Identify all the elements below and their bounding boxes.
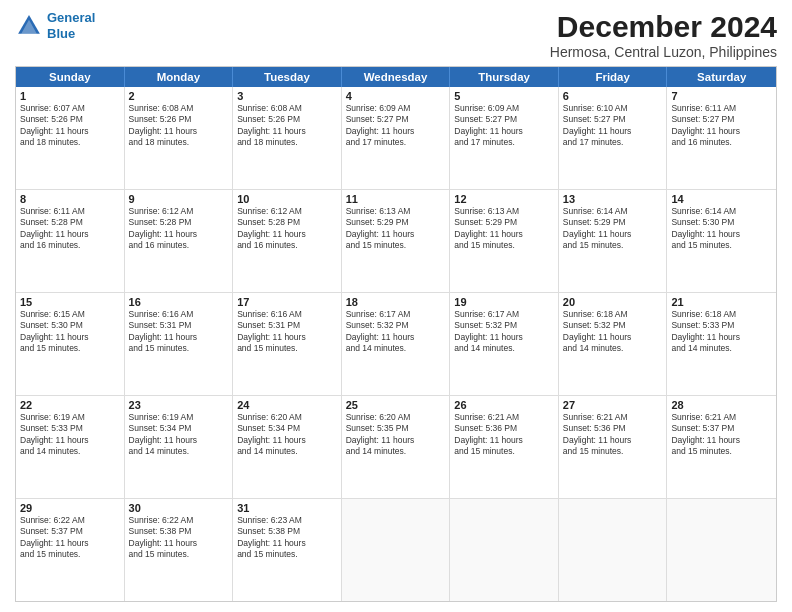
day-number: 19 xyxy=(454,296,554,308)
day-number: 16 xyxy=(129,296,229,308)
cell-info-line: and 15 minutes. xyxy=(129,343,229,354)
cell-info-line: Sunset: 5:32 PM xyxy=(454,320,554,331)
cell-info-line: Sunrise: 6:07 AM xyxy=(20,103,120,114)
cell-info-line: and 15 minutes. xyxy=(671,446,772,457)
calendar-cell: 10Sunrise: 6:12 AMSunset: 5:28 PMDayligh… xyxy=(233,190,342,292)
calendar-cell xyxy=(559,499,668,601)
cell-info-line: Daylight: 11 hours xyxy=(237,538,337,549)
cell-info-line: Sunrise: 6:11 AM xyxy=(20,206,120,217)
cell-info-line: Sunrise: 6:19 AM xyxy=(129,412,229,423)
cell-info-line: Sunset: 5:26 PM xyxy=(129,114,229,125)
calendar-cell: 19Sunrise: 6:17 AMSunset: 5:32 PMDayligh… xyxy=(450,293,559,395)
cell-info-line: and 17 minutes. xyxy=(346,137,446,148)
cell-info-line: Sunset: 5:30 PM xyxy=(20,320,120,331)
calendar-week-1: 8Sunrise: 6:11 AMSunset: 5:28 PMDaylight… xyxy=(16,190,776,293)
cell-info-line: and 15 minutes. xyxy=(237,343,337,354)
cell-info-line: Sunset: 5:27 PM xyxy=(346,114,446,125)
calendar-week-4: 29Sunrise: 6:22 AMSunset: 5:37 PMDayligh… xyxy=(16,499,776,601)
cell-info-line: Sunrise: 6:12 AM xyxy=(129,206,229,217)
calendar-cell: 27Sunrise: 6:21 AMSunset: 5:36 PMDayligh… xyxy=(559,396,668,498)
header-day-wednesday: Wednesday xyxy=(342,67,451,87)
cell-info-line: Sunset: 5:29 PM xyxy=(563,217,663,228)
cell-info-line: Sunrise: 6:10 AM xyxy=(563,103,663,114)
cell-info-line: Sunrise: 6:20 AM xyxy=(237,412,337,423)
cell-info-line: Daylight: 11 hours xyxy=(20,435,120,446)
cell-info-line: and 14 minutes. xyxy=(346,446,446,457)
cell-info-line: and 15 minutes. xyxy=(454,240,554,251)
cell-info-line: and 14 minutes. xyxy=(346,343,446,354)
cell-info-line: Sunset: 5:36 PM xyxy=(563,423,663,434)
cell-info-line: Sunrise: 6:21 AM xyxy=(671,412,772,423)
cell-info-line: Sunrise: 6:17 AM xyxy=(454,309,554,320)
cell-info-line: Sunrise: 6:22 AM xyxy=(20,515,120,526)
cell-info-line: Sunset: 5:35 PM xyxy=(346,423,446,434)
cell-info-line: Sunset: 5:28 PM xyxy=(237,217,337,228)
calendar-cell: 24Sunrise: 6:20 AMSunset: 5:34 PMDayligh… xyxy=(233,396,342,498)
cell-info-line: Sunset: 5:31 PM xyxy=(237,320,337,331)
calendar-cell: 13Sunrise: 6:14 AMSunset: 5:29 PMDayligh… xyxy=(559,190,668,292)
day-number: 4 xyxy=(346,90,446,102)
cell-info-line: Sunset: 5:30 PM xyxy=(671,217,772,228)
calendar-cell: 30Sunrise: 6:22 AMSunset: 5:38 PMDayligh… xyxy=(125,499,234,601)
cell-info-line: Sunrise: 6:21 AM xyxy=(563,412,663,423)
day-number: 1 xyxy=(20,90,120,102)
calendar-cell: 3Sunrise: 6:08 AMSunset: 5:26 PMDaylight… xyxy=(233,87,342,189)
cell-info-line: and 15 minutes. xyxy=(563,240,663,251)
calendar-cell: 26Sunrise: 6:21 AMSunset: 5:36 PMDayligh… xyxy=(450,396,559,498)
cell-info-line: Daylight: 11 hours xyxy=(237,332,337,343)
day-number: 14 xyxy=(671,193,772,205)
cell-info-line: Daylight: 11 hours xyxy=(671,229,772,240)
calendar-cell: 2Sunrise: 6:08 AMSunset: 5:26 PMDaylight… xyxy=(125,87,234,189)
cell-info-line: and 16 minutes. xyxy=(237,240,337,251)
day-number: 24 xyxy=(237,399,337,411)
cell-info-line: Daylight: 11 hours xyxy=(20,229,120,240)
cell-info-line: Sunrise: 6:20 AM xyxy=(346,412,446,423)
logo-text: GeneralBlue xyxy=(47,10,95,41)
day-number: 12 xyxy=(454,193,554,205)
cell-info-line: Sunset: 5:27 PM xyxy=(563,114,663,125)
cell-info-line: Daylight: 11 hours xyxy=(129,435,229,446)
cell-info-line: Daylight: 11 hours xyxy=(454,229,554,240)
calendar-cell: 9Sunrise: 6:12 AMSunset: 5:28 PMDaylight… xyxy=(125,190,234,292)
calendar-cell: 12Sunrise: 6:13 AMSunset: 5:29 PMDayligh… xyxy=(450,190,559,292)
cell-info-line: and 14 minutes. xyxy=(237,446,337,457)
day-number: 25 xyxy=(346,399,446,411)
cell-info-line: Daylight: 11 hours xyxy=(563,229,663,240)
day-number: 8 xyxy=(20,193,120,205)
calendar-cell: 21Sunrise: 6:18 AMSunset: 5:33 PMDayligh… xyxy=(667,293,776,395)
cell-info-line: Sunrise: 6:09 AM xyxy=(454,103,554,114)
day-number: 6 xyxy=(563,90,663,102)
header-day-friday: Friday xyxy=(559,67,668,87)
cell-info-line: Sunrise: 6:08 AM xyxy=(129,103,229,114)
cell-info-line: Sunset: 5:28 PM xyxy=(20,217,120,228)
calendar-body: 1Sunrise: 6:07 AMSunset: 5:26 PMDaylight… xyxy=(16,87,776,601)
cell-info-line: Sunset: 5:26 PM xyxy=(237,114,337,125)
logo: GeneralBlue xyxy=(15,10,95,41)
cell-info-line: Daylight: 11 hours xyxy=(346,229,446,240)
calendar-cell: 4Sunrise: 6:09 AMSunset: 5:27 PMDaylight… xyxy=(342,87,451,189)
cell-info-line: Sunrise: 6:18 AM xyxy=(671,309,772,320)
cell-info-line: Daylight: 11 hours xyxy=(454,332,554,343)
day-number: 10 xyxy=(237,193,337,205)
cell-info-line: Sunset: 5:28 PM xyxy=(129,217,229,228)
calendar-cell xyxy=(450,499,559,601)
cell-info-line: and 15 minutes. xyxy=(237,549,337,560)
cell-info-line: Sunrise: 6:14 AM xyxy=(671,206,772,217)
calendar-cell: 28Sunrise: 6:21 AMSunset: 5:37 PMDayligh… xyxy=(667,396,776,498)
logo-icon xyxy=(15,12,43,40)
header-day-tuesday: Tuesday xyxy=(233,67,342,87)
day-number: 5 xyxy=(454,90,554,102)
calendar-cell: 18Sunrise: 6:17 AMSunset: 5:32 PMDayligh… xyxy=(342,293,451,395)
cell-info-line: Sunset: 5:29 PM xyxy=(346,217,446,228)
cell-info-line: Sunset: 5:37 PM xyxy=(20,526,120,537)
calendar-week-2: 15Sunrise: 6:15 AMSunset: 5:30 PMDayligh… xyxy=(16,293,776,396)
page: GeneralBlue December 2024 Hermosa, Centr… xyxy=(0,0,792,612)
cell-info-line: Daylight: 11 hours xyxy=(237,435,337,446)
day-number: 2 xyxy=(129,90,229,102)
cell-info-line: Sunset: 5:34 PM xyxy=(129,423,229,434)
cell-info-line: Sunrise: 6:22 AM xyxy=(129,515,229,526)
cell-info-line: Daylight: 11 hours xyxy=(671,435,772,446)
cell-info-line: and 14 minutes. xyxy=(563,343,663,354)
day-number: 22 xyxy=(20,399,120,411)
day-number: 23 xyxy=(129,399,229,411)
